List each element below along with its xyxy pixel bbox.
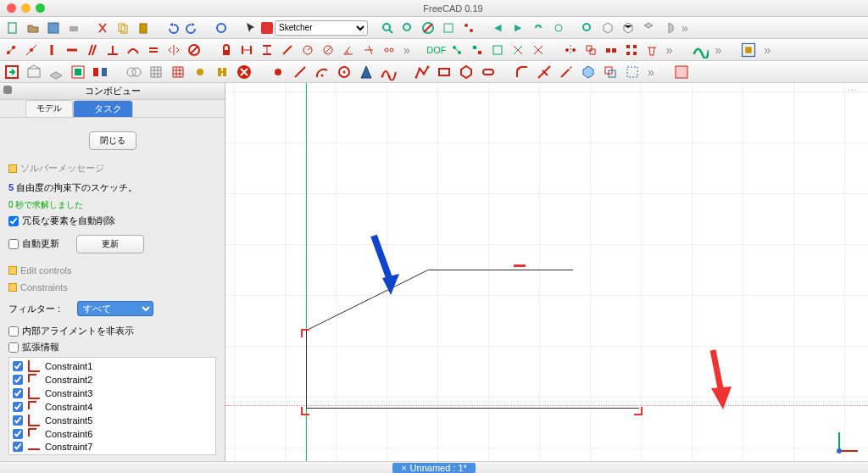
- map-sketch-icon[interactable]: [47, 64, 64, 81]
- sketch-edge[interactable]: [306, 329, 307, 408]
- paste-icon[interactable]: [134, 19, 153, 37]
- leave-sketch-icon[interactable]: [3, 64, 20, 81]
- clone-icon[interactable]: [583, 42, 598, 58]
- workbench-select[interactable]: Sketcher: [275, 20, 368, 36]
- auto-update-checkbox-row[interactable]: 自動更新: [8, 237, 59, 250]
- edit-controls-section[interactable]: Edit controls: [8, 265, 216, 275]
- constraints-section[interactable]: Constraints: [8, 282, 216, 292]
- filter-select[interactable]: すべて: [77, 301, 153, 316]
- link-icon[interactable]: [529, 19, 548, 37]
- select-element-icon[interactable]: [490, 42, 505, 58]
- merge-sketch-icon[interactable]: [125, 64, 142, 81]
- carbon-copy-icon[interactable]: [602, 64, 619, 81]
- arc-tool-icon[interactable]: [314, 64, 331, 81]
- nav-cube-indicator[interactable]: ''': [848, 88, 858, 97]
- copy-icon[interactable]: [114, 19, 132, 37]
- nav-left-icon[interactable]: ◀: [488, 19, 507, 37]
- symmetry-icon[interactable]: [563, 42, 578, 58]
- redo-icon[interactable]: [183, 19, 202, 37]
- constraint-horizontal-icon[interactable]: [64, 42, 80, 58]
- sketch-edge[interactable]: [429, 270, 573, 270]
- external-tool-icon[interactable]: [580, 64, 597, 81]
- minimize-window-icon[interactable]: [21, 3, 31, 13]
- print-icon[interactable]: [64, 19, 83, 37]
- zoom-fit-icon[interactable]: [398, 19, 417, 37]
- snap-icon[interactable]: [192, 64, 209, 81]
- polygon-tool-icon[interactable]: [458, 64, 475, 81]
- extend-tool-icon[interactable]: [558, 64, 575, 81]
- constraint-symmetric-icon[interactable]: [166, 42, 181, 58]
- link-sub-icon[interactable]: [549, 19, 568, 37]
- constraint-coincident-icon[interactable]: [3, 42, 19, 58]
- virtual-space-icon[interactable]: [740, 42, 757, 58]
- document-tab[interactable]: × Unnamed : 1*: [392, 463, 476, 473]
- constraint-item[interactable]: Constraint1: [11, 359, 214, 373]
- copy-sketch-icon[interactable]: [604, 42, 619, 58]
- update-button[interactable]: 更新: [76, 235, 144, 253]
- cursor-icon[interactable]: [241, 19, 259, 37]
- constraint-item[interactable]: Constraint7: [11, 441, 214, 453]
- top-view-icon[interactable]: [639, 19, 658, 37]
- toolbar-chevron-icon[interactable]: »: [680, 21, 690, 35]
- maximize-window-icon[interactable]: [36, 3, 45, 13]
- nav-right-icon[interactable]: ▶: [509, 19, 527, 37]
- select-constraint-icon[interactable]: [470, 42, 485, 58]
- grid-red-icon[interactable]: [170, 64, 186, 81]
- new-icon[interactable]: [3, 19, 22, 37]
- select-assoc-icon[interactable]: [449, 42, 465, 58]
- view-sketch-icon[interactable]: [25, 64, 42, 81]
- auto-update-checkbox[interactable]: [8, 239, 19, 249]
- toolbar2-chevron4-icon[interactable]: »: [762, 43, 772, 57]
- toggle-grid-icon[interactable]: [673, 64, 690, 81]
- constraint-block-icon[interactable]: [186, 42, 202, 58]
- vertex-marker[interactable]: [301, 329, 309, 337]
- grid-icon[interactable]: [147, 64, 164, 81]
- zoom-search-icon[interactable]: [578, 19, 597, 37]
- constraint-distx-icon[interactable]: [239, 42, 254, 58]
- select-dof-icon[interactable]: DOF: [429, 42, 444, 58]
- constraint-angle-icon[interactable]: [341, 42, 356, 58]
- select-redundant-icon[interactable]: [510, 42, 526, 58]
- 3d-view[interactable]: ''': [225, 83, 868, 461]
- bspline-icon[interactable]: [692, 42, 709, 58]
- ext-info-checkbox[interactable]: [8, 342, 19, 353]
- constraint-item[interactable]: Constraint3: [11, 387, 214, 400]
- fillet-tool-icon[interactable]: [514, 64, 531, 81]
- auto-remove-checkbox[interactable]: [8, 216, 19, 226]
- toolbar3-chevron-icon[interactable]: »: [646, 65, 656, 79]
- sketch-edge[interactable]: [306, 408, 639, 409]
- constraint-lock-icon[interactable]: [219, 42, 234, 58]
- solver-section-header[interactable]: ソルバーメッセージ: [8, 162, 216, 175]
- constraint-item[interactable]: Constraint2: [11, 373, 214, 387]
- constraint-snell-icon[interactable]: [361, 42, 376, 58]
- constraint-diameter-icon[interactable]: [320, 42, 336, 58]
- close-window-icon[interactable]: [7, 3, 16, 13]
- mirror-sketch-icon[interactable]: [92, 64, 108, 81]
- tab-model[interactable]: モデル: [25, 100, 73, 117]
- draw-style-icon[interactable]: [419, 19, 437, 37]
- vertex-marker[interactable]: [301, 407, 309, 415]
- toolbar2-chevron3-icon[interactable]: »: [714, 43, 724, 57]
- undo-icon[interactable]: [163, 19, 181, 37]
- constraint-dist-icon[interactable]: [280, 42, 295, 58]
- constraint-parallel-icon[interactable]: [85, 42, 100, 58]
- save-icon[interactable]: [44, 19, 63, 37]
- constraint-item[interactable]: Constraint6: [11, 427, 214, 441]
- front-view-icon[interactable]: [619, 19, 637, 37]
- stop-icon[interactable]: [236, 64, 253, 81]
- bbox-icon[interactable]: [439, 19, 458, 37]
- constraint-vertical-icon[interactable]: [44, 42, 59, 58]
- circle-tool-icon[interactable]: [336, 64, 353, 81]
- open-icon[interactable]: [24, 19, 42, 37]
- panel-options-icon[interactable]: [3, 86, 12, 94]
- cut-icon[interactable]: [93, 19, 112, 37]
- tab-task[interactable]: タスク: [73, 100, 133, 117]
- rectangle-tool-icon[interactable]: [436, 64, 453, 81]
- auto-remove-checkbox-row[interactable]: 冗長な要素を自動削除: [8, 214, 216, 227]
- slot-tool-icon[interactable]: [480, 64, 497, 81]
- toolbar2-chevron1-icon[interactable]: »: [402, 43, 412, 57]
- ext-info-checkbox-row[interactable]: 拡張情報: [8, 341, 216, 353]
- bspline-tool-icon[interactable]: [380, 64, 397, 81]
- constraint-item[interactable]: Constraint4: [11, 400, 214, 414]
- constraint-point-icon[interactable]: [24, 42, 39, 58]
